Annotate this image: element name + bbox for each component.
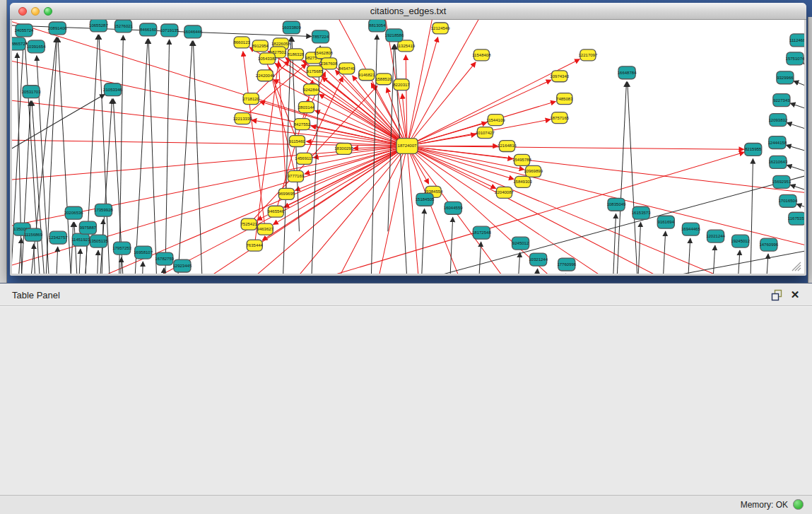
graph-edge [141, 262, 143, 274]
graph-node-label: 8186328 [288, 52, 305, 57]
graph-node-label: 15276021 [114, 24, 133, 28]
graph-node-label: 9777169 [288, 174, 305, 178]
graph-edge [711, 245, 715, 274]
graph-node-label: 21053346 [103, 88, 122, 92]
graph-node-label: 12213339 [233, 117, 252, 121]
graph-edge [133, 39, 148, 274]
right-panel-edge [808, 17, 812, 283]
graph-edge [611, 214, 616, 274]
window-titlebar[interactable]: citations_edges.txt [10, 3, 806, 20]
application-window: citations_edges.txt 18724007866012389129… [0, 0, 812, 514]
graph-node-label: 17016504 [779, 199, 798, 203]
graph-node-label: 16958107 [134, 250, 153, 255]
graph-node-label: 15462808 [314, 51, 333, 55]
graph-edge [407, 37, 438, 146]
graph-node-label: 9463627 [257, 227, 274, 231]
graph-node-label: 11156869 [24, 233, 43, 237]
graph-node-label: 15184505 [416, 197, 435, 201]
graph-node-label: 11451923 [71, 238, 90, 242]
graph-edge [165, 40, 170, 274]
graph-node-label: 10107427 [476, 131, 495, 135]
graph-node-label: 9227343 [773, 98, 790, 103]
graph-node-label: 9146821 [358, 73, 375, 77]
graph-node-label: 11675355 [788, 216, 804, 221]
graph-edge [119, 257, 122, 274]
graph-node-label: 19218586 [385, 33, 404, 37]
graph-node-label: 16782759 [155, 257, 174, 261]
graph-node-label: 22040087 [495, 190, 514, 194]
graph-edge [534, 269, 538, 274]
network-view-background: citations_edges.txt 18724007866012389129… [0, 0, 812, 283]
status-bar: Memory: OK [0, 495, 812, 514]
graph-node-label: 12444158 [767, 141, 787, 145]
graph-node-label: 9245012 [512, 241, 529, 245]
graph-node-label: 10543382 [258, 57, 277, 61]
graph-node-label: 9465546 [268, 209, 285, 214]
graph-node-label: 7857224 [312, 35, 329, 39]
graph-node-label: 2718120 [242, 97, 259, 101]
table-panel-title: Table Panel [12, 290, 60, 300]
graph-node-label: 19245012 [731, 239, 750, 243]
graph-edge [803, 63, 804, 80]
graph-node-label: 14760996 [759, 243, 778, 247]
graph-edge [196, 146, 407, 274]
graph-node-label: 12021244 [706, 234, 725, 238]
graph-node-label: 20206536 [64, 211, 83, 215]
panel-divider [0, 305, 812, 307]
graph-edge [787, 123, 804, 139]
close-panel-icon[interactable]: ✕ [789, 288, 801, 301]
graph-edge [794, 81, 804, 98]
graph-node-label: 9699695 [278, 192, 295, 196]
graph-node-label: 16210643 [768, 160, 787, 164]
graph-node-label: 10969899 [524, 169, 543, 173]
graph-node-label: 13505135 [89, 239, 108, 243]
memory-ok-indicator[interactable] [793, 499, 804, 510]
graph-edge [448, 217, 452, 274]
graph-node-label: 12093832 [768, 118, 787, 122]
graph-node-label: 9886572 [12, 42, 25, 46]
graph-node-label: 16648784 [618, 71, 637, 75]
graph-node-label: 16033809 [282, 25, 301, 30]
graph-node-label: 8466160 [140, 28, 157, 32]
graph-node-label: 8427552 [294, 122, 311, 127]
graph-node-label: 10974343 [550, 74, 569, 78]
node-layer: 1872400786601238912954182260589827502105… [12, 20, 804, 272]
graph-node-label: 12217097 [579, 53, 598, 57]
graph-node-label: 11544109 [486, 118, 505, 122]
graph-node-label: 2367608 [321, 62, 338, 66]
graph-edge [26, 146, 407, 274]
float-panel-icon[interactable] [770, 288, 783, 301]
table-panel: Table Panel ✕ [0, 283, 812, 495]
graph-node-label: 11548408 [472, 53, 491, 57]
graph-edge [628, 82, 640, 274]
graph-node-label: 7635444 [247, 243, 264, 247]
graph-edge [736, 250, 740, 274]
graph-edge [764, 254, 768, 274]
graph-edge [615, 82, 626, 274]
graph-node-label: 8220317 [393, 83, 410, 87]
graph-node-label: 9242844 [303, 88, 320, 92]
graph-node-label: 17760996 [557, 262, 576, 267]
graph-node-label: 10321244 [529, 257, 548, 262]
graph-node-label: 12342757 [49, 235, 68, 240]
graph-node-label: 9175685 [307, 69, 324, 74]
graph-node-label: 9975887 [80, 226, 97, 230]
graph-node-label: 1588520 [375, 77, 392, 81]
resize-grip-icon[interactable] [792, 262, 801, 271]
graph-node-label: 10391654 [27, 45, 46, 49]
network-canvas[interactable]: 1872400786601238912954182260589827502105… [12, 20, 804, 274]
graph-node-label: 17957253 [112, 246, 131, 250]
graph-node-label: 18226058 [271, 42, 290, 46]
graph-node-label: 22420046 [256, 74, 275, 78]
graph-edge [786, 145, 804, 159]
graph-edge [193, 41, 204, 274]
graph-edge [407, 62, 476, 146]
graph-edge [54, 247, 57, 274]
network-window: citations_edges.txt 18724007866012389129… [10, 3, 806, 276]
graph-node-label: 7485083 [556, 97, 573, 101]
citation-network-graph[interactable]: 1872400786601238912954182260589827502105… [12, 20, 804, 274]
graph-node-label: 16046446 [184, 30, 203, 34]
graph-node-label: 2803144 [298, 105, 315, 110]
graph-node-label: 18724007 [398, 144, 417, 148]
graph-node-label: 10719135 [160, 28, 179, 33]
